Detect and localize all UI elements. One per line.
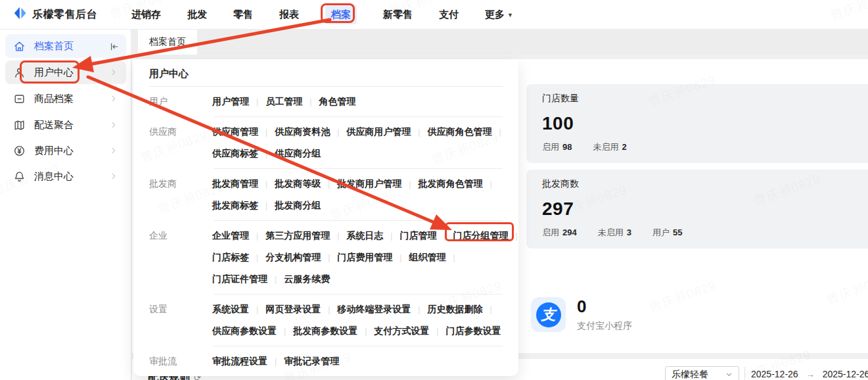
- menu-link[interactable]: 云服务续费: [284, 273, 330, 285]
- menu-link-separator: |: [309, 97, 311, 107]
- goods-icon: [13, 93, 26, 105]
- menu-link[interactable]: 门店参数设置: [445, 325, 501, 337]
- chevron-down-icon: [725, 371, 733, 379]
- store-select[interactable]: 乐檬轻餐: [665, 366, 739, 380]
- menu-section-0: 用户用户管理|员工管理|角色管理: [149, 87, 503, 116]
- sidebar-item-label: 费用中心: [34, 145, 109, 157]
- menu-link-separator: |: [337, 231, 339, 241]
- menu-link-separator: |: [365, 327, 367, 336]
- menu-link[interactable]: 批发商角色管理: [418, 178, 482, 190]
- menu-link-separator: |: [265, 128, 267, 137]
- menu-link[interactable]: 门店标签: [212, 252, 249, 264]
- menu-link[interactable]: 批发商管理: [212, 178, 258, 190]
- menu-link[interactable]: 员工管理: [265, 96, 302, 108]
- chevron-right-icon: [109, 68, 118, 77]
- menu-link[interactable]: 批发商分组: [275, 200, 321, 212]
- menu-link[interactable]: 门店分组管理: [453, 230, 509, 242]
- nav-item-4[interactable]: 档案: [325, 5, 357, 24]
- stat-metric: 未启用3: [598, 227, 631, 239]
- menu-link[interactable]: 供应商参数设置: [212, 325, 277, 337]
- menu-link[interactable]: 企业管理: [212, 230, 249, 242]
- menu-link-separator: |: [256, 253, 258, 262]
- menu-section-1: 供应商供应商管理|供应商资料池|供应商用户管理|供应商角色管理|供应商标签|供应…: [149, 117, 503, 168]
- menu-link[interactable]: 门店费用管理: [337, 252, 392, 264]
- menu-link[interactable]: 网页登录设置: [265, 304, 321, 316]
- menu-link[interactable]: 供应商分组: [275, 148, 321, 160]
- nav-item-0[interactable]: 进销存: [131, 9, 161, 21]
- menu-link[interactable]: 供应商资料池: [275, 126, 330, 138]
- menu-link[interactable]: 第三方应用管理: [265, 230, 330, 242]
- menu-link-separator: |: [265, 179, 267, 189]
- menu-link[interactable]: 系统日志: [346, 230, 383, 242]
- menu-link[interactable]: 分支机构管理: [265, 252, 321, 264]
- menu-link-separator: |: [516, 231, 518, 241]
- menu-link[interactable]: 门店证件管理: [212, 273, 267, 285]
- menu-link[interactable]: 供应商角色管理: [427, 126, 491, 138]
- menu-link-separator: |: [328, 179, 330, 189]
- menu-link[interactable]: 供应商用户管理: [346, 126, 411, 138]
- menu-link-separator: |: [436, 327, 438, 336]
- tab-label: 档案首页: [149, 36, 186, 48]
- sidebar-item-5[interactable]: 消息中心: [5, 164, 126, 188]
- sidebar: 档案首页用户中心商品档案配送聚合费用中心消息中心: [0, 30, 131, 380]
- sidebar-item-3[interactable]: 配送聚合: [5, 113, 126, 137]
- menu-section-label: 批发商: [149, 173, 212, 216]
- menu-link-separator: |: [400, 253, 401, 262]
- tab-archive-home[interactable]: 档案首页: [138, 30, 197, 55]
- menu-link-separator: |: [256, 231, 258, 241]
- sidebar-item-0[interactable]: 档案首页: [5, 34, 126, 58]
- menu-link-separator: |: [328, 305, 330, 314]
- user-center-megamenu: 用户中心 用户用户管理|员工管理|角色管理供应商供应商管理|供应商资料池|供应商…: [133, 59, 518, 376]
- app-screen: 乐檬零售后台 进销存批发零售报表档案新零售支付更多▼ 档案首页用户中心商品档案配…: [0, 0, 868, 380]
- brand-logo[interactable]: 乐檬零售后台: [13, 6, 97, 23]
- menu-link-separator: |: [275, 275, 277, 284]
- menu-link-separator: |: [256, 305, 258, 314]
- menu-link[interactable]: 批发商用户管理: [337, 178, 401, 190]
- menu-link[interactable]: 供应商管理: [212, 126, 258, 138]
- nav-item-7[interactable]: 更多▼: [485, 9, 513, 21]
- menu-link[interactable]: 审批流程设置: [212, 356, 267, 368]
- sidebar-item-2[interactable]: 商品档案: [5, 87, 126, 110]
- menu-link[interactable]: 历史数据删除: [427, 304, 482, 316]
- menu-link[interactable]: 批发商等级: [275, 178, 321, 190]
- store-select-value: 乐檬轻餐: [672, 369, 708, 380]
- menu-link-separator: |: [490, 305, 491, 314]
- sidebar-item-4[interactable]: 费用中心: [5, 139, 126, 162]
- footer-divider: [744, 367, 745, 380]
- nav-item-2[interactable]: 零售: [233, 9, 253, 21]
- date-range-picker[interactable]: 2025-12-26 → 2025-12-26: [751, 369, 868, 379]
- app-title: 乐檬零售后台: [32, 8, 97, 22]
- menu-link[interactable]: 批发商标签: [212, 200, 258, 212]
- menu-link[interactable]: 支付方式设置: [374, 325, 429, 337]
- menu-link[interactable]: 移动终端登录设置: [337, 304, 411, 316]
- menu-link-separator: |: [453, 253, 455, 262]
- menu-link[interactable]: 门店管理: [400, 230, 436, 242]
- stat-card-value: 100: [542, 113, 868, 134]
- stat-card-value: 297: [542, 199, 868, 220]
- alipay-count: 0: [577, 297, 632, 316]
- menu-link[interactable]: 用户管理: [212, 96, 249, 108]
- menu-link[interactable]: 批发商参数设置: [293, 325, 357, 337]
- menu-section-3: 企业企业管理|第三方应用管理|系统日志|门店管理|门店分组管理|门店标签|分支机…: [149, 221, 503, 294]
- menu-link[interactable]: 供应商标签: [212, 148, 258, 160]
- menu-link[interactable]: 角色管理: [319, 96, 355, 108]
- menu-link[interactable]: 系统设置: [212, 304, 249, 316]
- menu-link[interactable]: 组织管理: [409, 252, 445, 264]
- stat-card-0: 门店数量100启用98未启用2: [526, 84, 868, 163]
- collapse-icon[interactable]: [109, 41, 118, 51]
- date-start: 2025-12-26: [751, 369, 798, 379]
- menu-section-label: 供应商: [149, 121, 212, 164]
- menu-section-label: 审批流: [149, 350, 212, 372]
- nav-item-1[interactable]: 批发: [187, 9, 207, 21]
- menu-link[interactable]: 审批记录管理: [284, 356, 339, 368]
- nav-item-5[interactable]: 新零售: [383, 9, 413, 21]
- stat-card-title: 批发商数: [542, 178, 868, 190]
- menu-link-separator: |: [444, 231, 445, 241]
- menu-link-separator: |: [265, 201, 267, 210]
- sidebar-item-label: 消息中心: [34, 170, 109, 183]
- sidebar-item-1[interactable]: 用户中心: [5, 60, 126, 84]
- nav-item-3[interactable]: 报表: [279, 9, 299, 21]
- nav-item-6[interactable]: 支付: [439, 9, 459, 21]
- chevron-right-icon: [109, 146, 118, 155]
- fee-icon: [13, 145, 26, 157]
